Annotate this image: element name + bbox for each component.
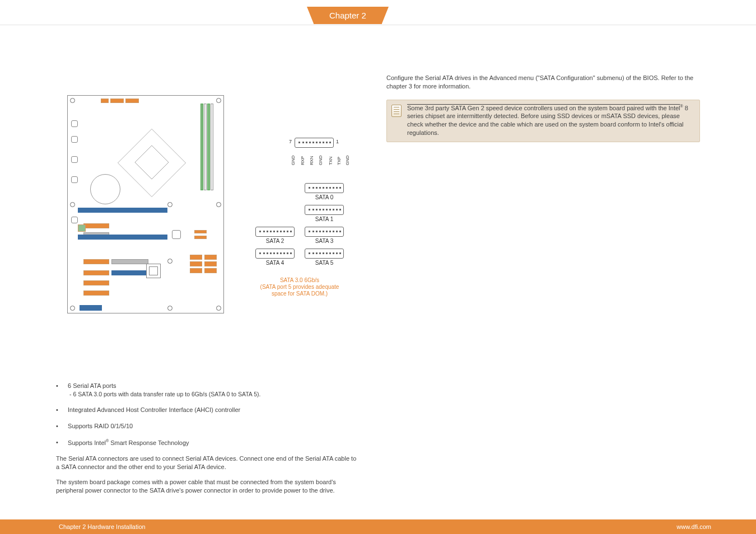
pch-die (149, 266, 158, 275)
sata1-label: SATA 1 (302, 216, 347, 222)
pin-label: GND (345, 156, 350, 165)
feature-item: Supports RAID 0/1/5/10 (56, 422, 358, 430)
front-header (80, 305, 102, 311)
slot (111, 259, 148, 264)
pin-label: RXP (300, 156, 305, 165)
body-paragraph: The Serial ATA connectors are used to co… (56, 455, 358, 471)
left-column: 7 1 GND RXP RXN GND TXN TXP GND . (56, 78, 370, 495)
note-text: Some 3rd party SATA Gen 2 speed device c… (407, 104, 694, 137)
sata1-connector (305, 205, 344, 215)
chapter-tab: Chapter 2 (314, 7, 382, 24)
pcie-slot (78, 235, 167, 240)
cpu-die (134, 145, 169, 179)
pin-label: GND (318, 156, 323, 165)
sata2-connector (255, 227, 295, 237)
slot (83, 291, 109, 296)
dimm-slot (211, 104, 213, 190)
note-box: Some 3rd party SATA Gen 2 speed device c… (386, 100, 700, 142)
dimm-slot (207, 104, 210, 190)
pin-label: TXP (337, 157, 342, 165)
sata3-connector (305, 227, 344, 237)
sata-connector-detail (295, 138, 334, 148)
header (125, 99, 139, 103)
pin-left-num: 7 (289, 139, 292, 144)
mount-hole (70, 202, 75, 207)
sata-ports-callout: . SATA 0 . SATA 1 SATA 2 (235, 182, 364, 297)
slot (83, 223, 109, 228)
feature-text: Integrated Advanced Host Controller Inte… (68, 406, 240, 413)
slot (83, 259, 109, 264)
mount-hole (167, 306, 172, 311)
sata4-connector (255, 249, 295, 259)
dimm-slot (200, 104, 203, 190)
sata-note-l2: (SATA port 5 provides adequate (235, 284, 364, 291)
feature-item: Integrated Advanced Host Controller Inte… (56, 406, 358, 414)
header (190, 268, 202, 273)
right-column: Configure the Serial ATA drives in the A… (386, 74, 700, 142)
mount-hole (216, 306, 221, 311)
sata-note: SATA 3.0 6Gb/s (SATA port 5 provides ade… (235, 277, 364, 297)
rear-io (71, 176, 78, 183)
pin-label: RXN (309, 156, 314, 165)
slot (83, 280, 109, 285)
feature-text-a: Supports Intel (68, 439, 106, 446)
slot (111, 270, 148, 275)
ic (172, 230, 181, 239)
body-paragraph: The system board package comes with a po… (56, 478, 358, 495)
header (190, 261, 202, 266)
rear-io (71, 156, 78, 163)
mount-hole (70, 306, 75, 311)
bios-config-paragraph: Configure the Serial ATA drives in the A… (386, 74, 700, 91)
mount-hole (216, 98, 221, 103)
header (78, 224, 86, 232)
feature-text: 6 Serial ATA ports (68, 382, 116, 389)
page-footer: Chapter 2 Hardware Installation www.dfi.… (0, 519, 756, 534)
header (194, 230, 207, 233)
feature-item: 6 Serial ATA ports - 6 SATA 3.0 ports wi… (56, 382, 358, 398)
sata0-connector (305, 183, 344, 193)
sata-pinout-callout: 7 1 GND RXP RXN GND TXN TXP GND (241, 138, 358, 171)
sata5-connector (305, 249, 344, 259)
sata3-label: SATA 3 (302, 238, 347, 244)
feature-subtext: - 6 SATA 3.0 ports with data transfer ra… (69, 390, 358, 398)
rear-io (71, 217, 78, 223)
pin-right-num: 1 (336, 139, 339, 144)
battery (90, 174, 120, 204)
pcie-slot (78, 208, 167, 213)
note-icon (391, 105, 402, 117)
mount-hole (216, 202, 221, 207)
sata-note-l1: SATA 3.0 6Gb/s (235, 277, 364, 284)
sata-note-l3: space for SATA DOM.) (235, 291, 364, 297)
sata4-label: SATA 4 (253, 260, 297, 266)
mount-hole (70, 98, 75, 103)
header (204, 268, 217, 273)
footer-right: www.dfi.com (676, 523, 711, 530)
sata5-label: SATA 5 (302, 260, 347, 266)
chapter-tab-label: Chapter 2 (329, 11, 366, 20)
header (110, 99, 124, 103)
note-text-a: Some 3rd party SATA Gen 2 speed device c… (407, 104, 680, 111)
header (204, 261, 217, 266)
rear-io (71, 136, 78, 143)
board-diagram: 7 1 GND RXP RXN GND TXN TXP GND . (56, 78, 358, 319)
pin-label: GND (291, 156, 296, 165)
header (194, 236, 207, 239)
sata2-label: SATA 2 (253, 238, 297, 244)
feature-text-b: Smart Response Technology (109, 439, 189, 446)
feature-list: 6 Serial ATA ports - 6 SATA 3.0 ports wi… (56, 382, 358, 495)
rear-io (71, 120, 78, 127)
motherboard-outline (67, 95, 224, 313)
mount-hole (167, 202, 172, 207)
header (204, 255, 217, 260)
header (190, 255, 202, 260)
cpu-socket (118, 129, 186, 197)
pin-label: TXN (328, 157, 333, 165)
header-rule (0, 25, 756, 25)
slot (83, 270, 109, 275)
dimm-slot (204, 104, 207, 190)
footer-left: Chapter 2 Hardware Installation (59, 523, 146, 530)
header (101, 99, 109, 103)
mount-hole (167, 259, 172, 264)
feature-item: Supports Intel® Smart Response Technolog… (56, 438, 358, 447)
pch-outline (146, 264, 161, 278)
